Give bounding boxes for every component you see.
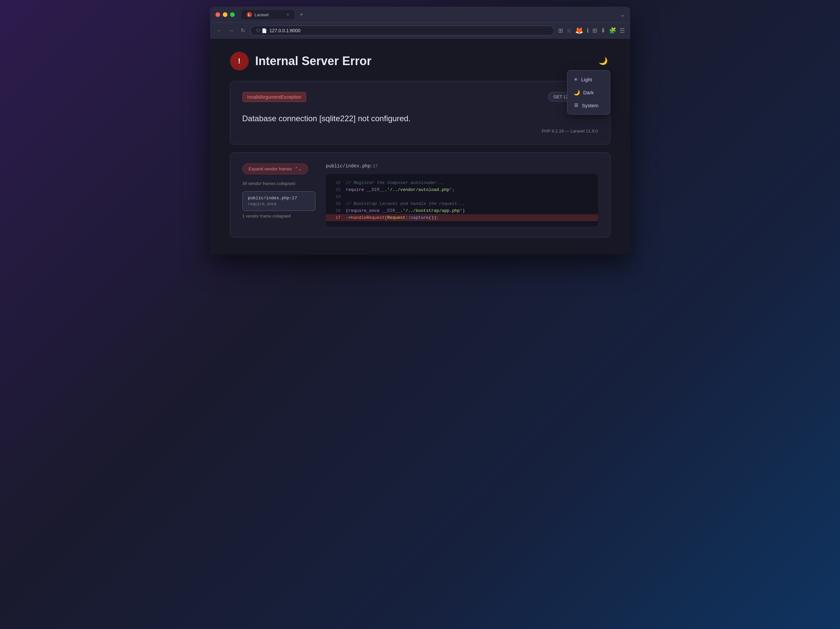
page-content: ! Internal Server Error 🌙 ☀ Light 🌙 Dark — [210, 38, 630, 254]
addons-button[interactable]: 🧩 — [609, 27, 616, 34]
theme-option-system[interactable]: 🖥 System — [567, 99, 610, 112]
code-text-13: require __DIR__.'/../vendor/autoload.php… — [346, 187, 455, 192]
line-number-17: 17 — [333, 215, 341, 220]
code-line-16: 16 (require_once __DIR__.'/../bootstrap/… — [326, 207, 598, 214]
tab-title: Laravel — [255, 12, 269, 17]
browser-window: L Laravel × + ⌄ ← → ↻ 🛡 📄 127.0.0.1:8000… — [210, 6, 630, 254]
url-text: 127.0.0.1:8000 — [270, 28, 548, 33]
browser-toolbar: ← → ↻ 🛡 📄 127.0.0.1:8000 ⊞ ☆ 🦊 ℹ ⊞ ⬇ 🧩 ☰ — [210, 23, 630, 38]
address-bar[interactable]: 🛡 📄 127.0.0.1:8000 — [250, 25, 554, 36]
apps-button[interactable]: ⊞ — [592, 27, 597, 34]
code-line-14: 14 — [326, 193, 598, 200]
exception-badge: InvalidArgumentException — [242, 92, 306, 102]
tab-favicon: L — [247, 12, 252, 17]
code-panel: public/index.php:17 12 // Register the C… — [326, 163, 598, 226]
error-icon: ! — [230, 52, 249, 70]
tab-bar: L Laravel × + — [242, 10, 616, 19]
back-button[interactable]: ← — [215, 27, 223, 35]
theme-option-dark[interactable]: 🌙 Dark — [567, 86, 610, 99]
reload-button[interactable]: ↻ — [239, 27, 246, 35]
error-header: ! Internal Server Error 🌙 ☀ Light 🌙 Dark — [230, 52, 610, 70]
close-button[interactable] — [215, 12, 220, 17]
expand-vendor-frames-button[interactable]: Expand vendor frames ⌃⌄ — [242, 163, 308, 174]
line-number-14: 14 — [333, 194, 341, 199]
code-sidebar: Expand vendor frames ⌃⌄ 39 vendor frames… — [242, 163, 316, 226]
code-line-17: 17 ->handleRequest(Request::capture()); — [326, 214, 598, 221]
theme-dropdown: ☀ Light 🌙 Dark 🖥 System — [567, 70, 610, 115]
traffic-lights — [215, 12, 235, 17]
error-message: Database connection [sqlite222] not conf… — [242, 114, 598, 123]
tab-close-button[interactable]: × — [287, 12, 289, 17]
version-info: PHP 8.2.18 — Laravel 11.9.0 — [242, 128, 598, 133]
active-tab[interactable]: L Laravel × — [242, 10, 295, 19]
info-button[interactable]: ℹ — [587, 27, 589, 34]
moon-icon-option: 🌙 — [573, 89, 580, 96]
new-tab-button[interactable]: + — [297, 11, 306, 18]
moon-icon: 🌙 — [598, 57, 608, 65]
frame-func: require_once — [248, 202, 310, 207]
frames-collapsed-2-label: 1 vendor frame collapsed — [242, 213, 316, 218]
error-title: Internal Server Error — [255, 54, 371, 68]
chevron-icon: ⌃⌄ — [295, 166, 302, 171]
menu-button[interactable]: ☰ — [619, 27, 625, 34]
code-text-17: ->handleRequest(Request::capture()); — [346, 215, 439, 220]
frame-file: public/index.php:17 — [248, 196, 310, 201]
line-number-15: 15 — [333, 202, 341, 206]
monitor-icon: 🖥 — [573, 102, 579, 108]
line-number-16: 16 — [333, 209, 341, 213]
profile-button[interactable]: 🦊 — [575, 27, 583, 35]
code-card: Expand vendor frames ⌃⌄ 39 vendor frames… — [230, 152, 610, 237]
code-line-15: 15 // Bootstrap Laravel and handle the r… — [326, 200, 598, 207]
code-block: 12 // Register the Composer autoloader..… — [326, 174, 598, 226]
frames-collapsed-label: 39 vendor frames collapsed — [242, 181, 316, 186]
line-number-12: 12 — [333, 181, 341, 185]
code-layout: Expand vendor frames ⌃⌄ 39 vendor frames… — [242, 163, 598, 226]
theme-toggle-button[interactable]: 🌙 ☀ Light 🌙 Dark 🖥 System — [596, 54, 610, 68]
code-line-12: 12 // Register the Composer autoloader..… — [326, 179, 598, 186]
bookmark-button[interactable]: ☆ — [567, 27, 572, 34]
toolbar-actions: ⊞ ☆ 🦊 ℹ ⊞ ⬇ 🧩 ☰ — [558, 27, 625, 35]
extensions-button[interactable]: ⊞ — [558, 27, 563, 34]
code-file-header: public/index.php:17 — [326, 163, 598, 169]
forward-button[interactable]: → — [227, 27, 235, 35]
browser-titlebar: L Laravel × + ⌄ — [210, 6, 630, 23]
theme-option-light[interactable]: ☀ Light — [567, 73, 610, 86]
security-icon: 🛡 📄 — [256, 28, 267, 33]
code-line-13: 13 require __DIR__.'/../vendor/autoload.… — [326, 186, 598, 193]
code-text-12: // Register the Composer autoloader... — [346, 180, 444, 185]
frame-item[interactable]: public/index.php:17 require_once — [242, 191, 316, 211]
window-menu-button[interactable]: ⌄ — [620, 11, 625, 18]
sun-icon: ☀ — [573, 76, 578, 83]
code-text-14 — [346, 194, 349, 199]
line-number-13: 13 — [333, 188, 341, 192]
maximize-button[interactable] — [230, 12, 235, 17]
exception-card: InvalidArgumentException GET 127.0.0.1:8… — [230, 81, 610, 144]
minimize-button[interactable] — [223, 12, 227, 17]
download-button[interactable]: ⬇ — [601, 27, 606, 34]
code-text-16: (require_once __DIR__.'/../bootstrap/app… — [346, 208, 465, 213]
code-text-15: // Bootstrap Laravel and handle the requ… — [346, 201, 465, 206]
